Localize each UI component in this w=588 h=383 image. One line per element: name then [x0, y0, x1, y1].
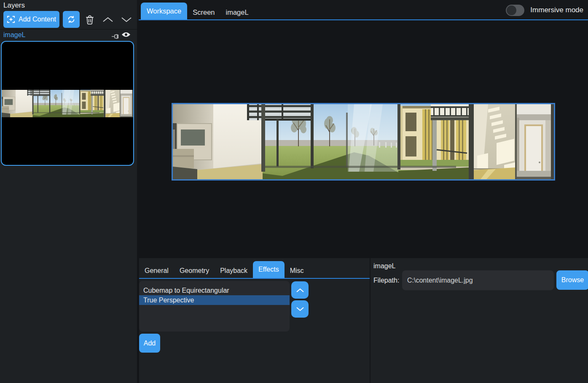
layer-settings-tabbar: General Geometry Playback Effects Misc — [139, 258, 370, 279]
sidebar-divider — [0, 29, 137, 30]
immersive-mode-control: Immersive mode — [506, 0, 583, 20]
layer-row[interactable]: imageL — [0, 30, 137, 40]
layers-title: Layers — [3, 1, 25, 10]
effects-list: Cubemap to Equirectangular True Perspect… — [139, 281, 290, 332]
workspace-canvas[interactable] — [137, 21, 588, 258]
add-content-button[interactable]: Add Content — [3, 11, 59, 28]
effects-panel: General Geometry Playback Effects Misc C… — [137, 258, 370, 383]
refresh-button[interactable] — [63, 11, 80, 28]
effects-list-item-selected[interactable]: True Perspective — [139, 295, 290, 305]
main-area: Workspace Screen imageL Immersive mode G… — [137, 0, 588, 383]
effect-move-up-button[interactable] — [291, 281, 309, 299]
chevron-up-icon — [296, 288, 304, 292]
tab-workspace[interactable]: Workspace — [141, 3, 187, 19]
layer-thumbnail-image — [2, 90, 133, 117]
eye-icon[interactable] — [121, 32, 131, 39]
toggle-knob — [507, 5, 516, 15]
tab-general[interactable]: General — [139, 264, 174, 278]
tab-geometry[interactable]: Geometry — [174, 264, 215, 278]
layers-sidebar: Layers Add Content — [0, 0, 137, 383]
effect-move-down-button[interactable] — [291, 300, 309, 318]
add-content-icon — [7, 15, 15, 24]
canvas-selected-image[interactable] — [172, 103, 555, 181]
chevron-down-icon — [121, 17, 132, 22]
refresh-icon — [67, 15, 76, 24]
tab-misc[interactable]: Misc — [285, 264, 309, 278]
properties-layer-name: imageL — [373, 262, 395, 270]
trash-icon — [85, 15, 94, 25]
canvas-image-content — [173, 104, 554, 179]
layer-thumbnail[interactable] — [1, 41, 134, 166]
add-effect-button[interactable]: Add — [139, 334, 160, 353]
move-layer-up-button[interactable] — [102, 16, 114, 23]
layer-name: imageL — [3, 31, 25, 39]
tab-screen[interactable]: Screen — [187, 5, 220, 19]
delete-layer-button[interactable] — [83, 13, 96, 26]
tab-imagel[interactable]: imageL — [220, 5, 254, 19]
immersive-mode-label: Immersive mode — [530, 6, 583, 14]
tab-playback[interactable]: Playback — [215, 264, 253, 278]
layer-properties-panel: imageL Filepath: Browse — [370, 258, 588, 383]
browse-button[interactable]: Browse — [556, 270, 588, 290]
pin-icon[interactable] — [112, 33, 119, 40]
add-content-label: Add Content — [19, 16, 56, 23]
tab-effects[interactable]: Effects — [253, 261, 285, 278]
chevron-down-icon — [296, 307, 304, 311]
effects-list-item[interactable]: Cubemap to Equirectangular — [139, 286, 290, 295]
move-layer-down-button[interactable] — [121, 16, 132, 23]
immersive-mode-toggle[interactable] — [506, 5, 524, 16]
chevron-up-icon — [102, 17, 113, 22]
filepath-label: Filepath: — [373, 277, 399, 284]
filepath-input[interactable] — [402, 270, 554, 290]
